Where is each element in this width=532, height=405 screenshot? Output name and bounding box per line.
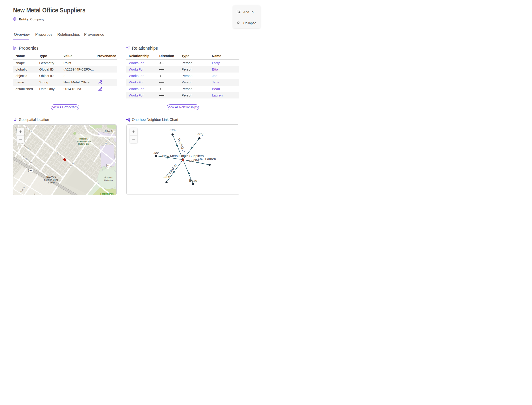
svg-text:Lauren: Lauren [205, 157, 216, 161]
svg-text:& Boys: & Boys [47, 182, 55, 184]
svg-text:New York: New York [46, 176, 56, 178]
svg-text:Larry: Larry [195, 132, 204, 136]
svg-text:Joe: Joe [153, 151, 159, 155]
svg-text:N 3rd St: N 3rd St [105, 130, 113, 132]
svg-text:Walker National: Walker National [77, 140, 91, 143]
svg-text:250: 250 [29, 169, 32, 172]
svg-text:Fashion Mens: Fashion Mens [44, 179, 58, 181]
svg-text:Beau: Beau [189, 179, 197, 182]
svg-text:Festival Park: Festival Park [100, 193, 114, 195]
svg-text:Richmond: Richmond [104, 176, 113, 179]
svg-text:Historic Site: Historic Site [78, 143, 89, 145]
svg-text:Etta: Etta [170, 128, 176, 132]
svg-text:New Metal Office Suppliers: New Metal Office Suppliers [162, 154, 204, 158]
svg-text:Coliseum: Coliseum [104, 179, 113, 181]
svg-text:33: 33 [107, 165, 109, 167]
svg-text:Maggie L.: Maggie L. [79, 138, 88, 140]
